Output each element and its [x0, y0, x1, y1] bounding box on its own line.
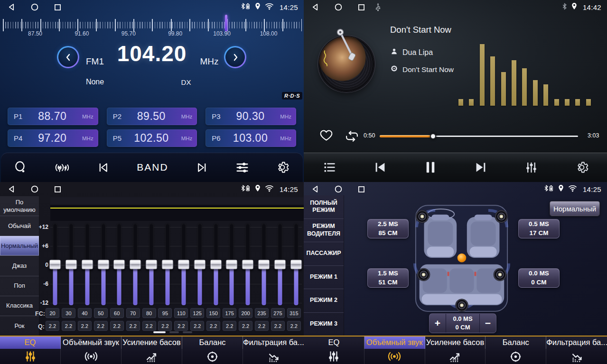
eq-band-slider-125[interactable]	[194, 223, 205, 306]
slider-thumb[interactable]	[210, 260, 222, 270]
next-station-icon[interactable]	[196, 161, 208, 174]
eq-band-slider-275[interactable]	[274, 223, 286, 306]
fc-value[interactable]: 95	[158, 308, 172, 318]
back-icon[interactable]	[8, 3, 15, 11]
slider-thumb[interactable]	[162, 260, 174, 270]
q-value[interactable]: 2.2	[46, 321, 59, 331]
repeat-icon[interactable]	[345, 130, 359, 144]
recents-icon[interactable]	[54, 4, 61, 11]
slider-thumb[interactable]	[258, 260, 270, 270]
recents-icon[interactable]	[54, 186, 61, 193]
next-track-icon[interactable]	[474, 160, 488, 174]
eq-band-slider-50[interactable]	[98, 223, 109, 306]
tuner-settings-icon[interactable]	[235, 161, 249, 174]
seek-knob[interactable]	[430, 133, 436, 139]
preset-button-P3[interactable]: P390.30MHz	[205, 108, 296, 125]
back-icon[interactable]	[312, 185, 319, 193]
q-value[interactable]: 2.2	[271, 321, 285, 331]
home-icon[interactable]	[335, 185, 342, 193]
q-value[interactable]: 2.2	[223, 321, 236, 331]
recents-icon[interactable]	[358, 186, 365, 193]
slider-thumb[interactable]	[274, 260, 286, 270]
home-icon[interactable]	[335, 3, 342, 11]
seek-bar[interactable]	[380, 133, 578, 139]
eq-band-slider-95[interactable]	[162, 223, 173, 306]
home-icon[interactable]	[31, 3, 38, 11]
previous-track-icon[interactable]	[373, 160, 387, 174]
q-value[interactable]: 2.2	[62, 321, 75, 331]
listening-mode-item[interactable]: РЕЖИМ 2	[304, 289, 344, 313]
fc-value[interactable]: 50	[94, 308, 108, 318]
settings-gear-icon[interactable]	[575, 161, 588, 174]
preset-button-P5[interactable]: P5102.50MHz	[107, 129, 197, 147]
q-value[interactable]: 2.2	[206, 321, 220, 331]
tab-eq[interactable]: EQ	[304, 337, 364, 364]
eq-preset-item[interactable]: По умолчанию	[0, 196, 39, 216]
home-icon[interactable]	[31, 185, 38, 193]
decrease-delay-button[interactable]: −	[480, 314, 496, 333]
eq-band-slider-70[interactable]	[130, 223, 141, 306]
tab-surround[interactable]: Объёмный звук	[61, 337, 121, 364]
tab-balance[interactable]: Баланс	[486, 337, 546, 364]
eq-preset-item[interactable]: Нормальный	[0, 236, 39, 256]
rear-right-delay-button[interactable]: 0.0 MS 0 CM	[518, 268, 560, 288]
slider-thumb[interactable]	[113, 260, 125, 270]
band-button[interactable]: BAND	[137, 162, 168, 173]
slider-thumb[interactable]	[226, 260, 238, 270]
eq-band-slider-80[interactable]	[146, 223, 157, 306]
fc-value[interactable]: 30	[62, 308, 75, 318]
listening-mode-item[interactable]: ПАССАЖИР	[304, 242, 344, 266]
front-left-delay-button[interactable]: 2.5 MS 85 CM	[367, 219, 409, 238]
eq-band-slider-150[interactable]	[210, 223, 222, 306]
slider-thumb[interactable]	[81, 260, 93, 270]
tune-up-button[interactable]	[224, 46, 246, 68]
listening-mode-item[interactable]: РЕЖИМ ВОДИТЕЛЯ	[304, 219, 344, 243]
eq-band-slider-110[interactable]	[178, 223, 189, 306]
eq-band-slider-200[interactable]	[242, 223, 253, 306]
front-right-delay-button[interactable]: 0.5 MS 17 CM	[518, 219, 560, 238]
q-value[interactable]: 2.2	[126, 321, 140, 331]
preset-button-P6[interactable]: P6103.00MHz	[205, 129, 296, 147]
listening-mode-item[interactable]: ПОЛНЫЙ РЕЖИМ	[304, 195, 344, 219]
tab-bass[interactable]: Усиление басов	[121, 337, 182, 364]
equalizer-icon[interactable]	[524, 161, 538, 174]
fc-value[interactable]: 175	[223, 308, 236, 318]
eq-preset-item[interactable]: Поп	[0, 276, 39, 296]
q-value[interactable]: 2.2	[94, 321, 108, 331]
fc-value[interactable]: 80	[142, 308, 156, 318]
favorite-heart-icon[interactable]	[319, 129, 333, 144]
increase-delay-button[interactable]: +	[430, 314, 446, 333]
q-value[interactable]: 2.2	[239, 321, 252, 331]
profile-button[interactable]: Нормальный	[550, 201, 600, 216]
preset-button-P1[interactable]: P188.70MHz	[8, 108, 98, 125]
q-value[interactable]: 2.2	[174, 321, 188, 331]
scan-icon[interactable]	[14, 161, 27, 174]
eq-band-slider-60[interactable]	[113, 223, 125, 306]
preset-button-P2[interactable]: P289.50MHz	[107, 108, 197, 125]
preset-button-P4[interactable]: P497.20MHz	[8, 129, 98, 147]
back-icon[interactable]	[312, 3, 319, 11]
fc-value[interactable]: 70	[126, 308, 140, 318]
eq-band-slider-235[interactable]	[258, 223, 270, 306]
tab-filter[interactable]: Фильтрация ба...	[546, 337, 607, 364]
slider-thumb[interactable]	[146, 260, 158, 270]
slider-thumb[interactable]	[130, 260, 141, 270]
fc-value[interactable]: 40	[78, 308, 92, 318]
fc-value[interactable]: 235	[255, 308, 269, 318]
q-value[interactable]: 2.2	[287, 321, 301, 331]
tab-surround[interactable]: Объёмный звук	[364, 337, 425, 364]
slider-thumb[interactable]	[49, 260, 61, 270]
slider-thumb[interactable]	[97, 260, 109, 270]
eq-band-slider-175[interactable]	[226, 223, 237, 306]
listening-mode-item[interactable]: РЕЖИМ 3	[304, 313, 344, 336]
eq-preset-item[interactable]: Классика	[0, 296, 39, 316]
slider-thumb[interactable]	[65, 260, 77, 270]
slider-thumb[interactable]	[242, 260, 254, 270]
tab-balance[interactable]: Баланс	[182, 337, 243, 364]
eq-band-slider-20[interactable]	[49, 223, 61, 306]
settings-gear-icon[interactable]	[276, 161, 289, 174]
rear-left-delay-button[interactable]: 1.5 MS 51 CM	[367, 268, 409, 288]
q-value[interactable]: 2.2	[255, 321, 269, 331]
recents-icon[interactable]	[358, 4, 365, 11]
eq-preset-item[interactable]: Джаз	[0, 256, 39, 276]
